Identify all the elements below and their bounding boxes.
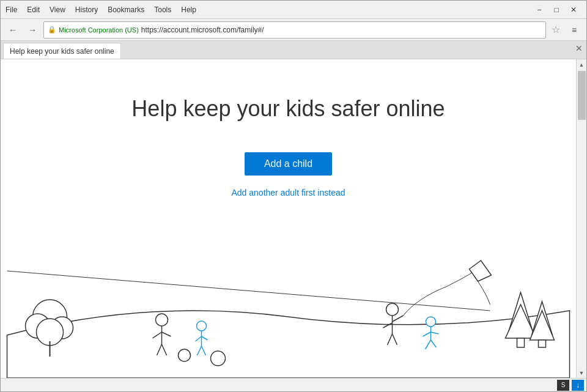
tab-close-button[interactable]: ✕ <box>575 43 583 53</box>
forward-button[interactable]: → <box>24 21 41 39</box>
maximize-button[interactable]: □ <box>548 4 564 16</box>
menu-tools[interactable]: Tools <box>154 6 171 14</box>
site-security-label: Microsoft Corporation (US) <box>59 26 139 34</box>
menu-view[interactable]: View <box>50 6 65 14</box>
menu-history[interactable]: History <box>75 6 98 14</box>
security-status-icon[interactable]: S <box>557 380 569 391</box>
page-heading: Help keep your kids safer online <box>131 96 445 122</box>
scroll-track[interactable] <box>577 70 587 368</box>
svg-point-19 <box>386 303 399 316</box>
nav-bar: ← → 🔒 Microsoft Corporation (US) ☆ ≡ <box>1 19 586 41</box>
scroll-thumb[interactable] <box>578 71 586 120</box>
menu-edit[interactable]: Edit <box>27 6 40 14</box>
scrollbar: ▲ ▼ <box>576 59 586 378</box>
menu-help[interactable]: Help <box>181 6 196 14</box>
download-button[interactable]: ↓ <box>572 380 584 391</box>
svg-point-18 <box>211 351 226 366</box>
lock-icon: 🔒 <box>48 26 56 34</box>
illustration <box>1 237 576 378</box>
scroll-up-button[interactable]: ▲ <box>577 59 587 70</box>
tab-bar: Help keep your kids safer online ✕ <box>1 41 586 59</box>
title-bar: File Edit View History Bookmarks Tools H… <box>1 1 586 19</box>
tab-title: Help keep your kids safer online <box>10 47 114 56</box>
address-bar[interactable]: 🔒 Microsoft Corporation (US) <box>43 21 546 39</box>
scroll-down-button[interactable]: ▼ <box>577 368 587 378</box>
menu-bookmarks[interactable]: Bookmarks <box>108 6 144 14</box>
browser-menu-button[interactable]: ≡ <box>566 21 583 39</box>
svg-point-26 <box>426 317 436 327</box>
minimize-button[interactable]: − <box>531 4 547 16</box>
close-button[interactable]: ✕ <box>566 4 581 16</box>
status-bar: S ↓ <box>1 378 586 391</box>
svg-point-11 <box>197 321 207 331</box>
favorites-star-button[interactable]: ☆ <box>548 23 563 37</box>
address-input[interactable] <box>141 26 542 34</box>
svg-line-22 <box>393 316 404 322</box>
svg-rect-37 <box>539 340 546 347</box>
svg-point-5 <box>156 314 168 326</box>
svg-rect-34 <box>517 338 525 347</box>
content-area: Help keep your kids safer online Add a c… <box>1 59 586 378</box>
scene-illustration <box>1 237 576 378</box>
menu-file[interactable]: File <box>6 6 17 14</box>
webpage: Help keep your kids safer online Add a c… <box>1 59 576 378</box>
active-tab[interactable]: Help keep your kids safer online <box>3 43 121 59</box>
menu-bar: File Edit View History Bookmarks Tools H… <box>6 6 196 14</box>
window-controls: − □ ✕ <box>531 4 581 16</box>
add-adult-link[interactable]: Add another adult first instead <box>231 188 345 198</box>
browser-window: File Edit View History Bookmarks Tools H… <box>0 0 587 392</box>
back-button[interactable]: ← <box>4 21 21 39</box>
add-child-button[interactable]: Add a child <box>245 152 332 176</box>
svg-point-17 <box>179 349 191 361</box>
svg-line-25 <box>7 271 490 311</box>
page-content: Help keep your kids safer online Add a c… <box>1 59 576 378</box>
